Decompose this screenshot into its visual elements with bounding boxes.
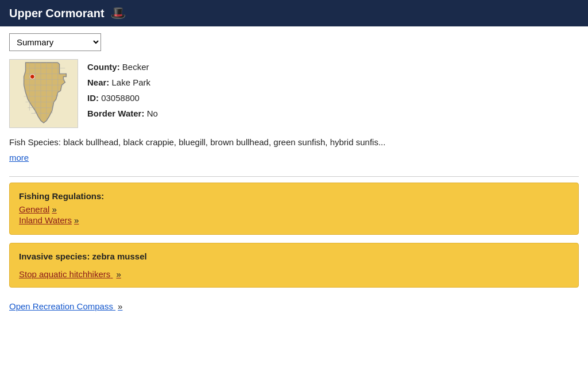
inland-chevron: » [74, 215, 79, 225]
invasive-value: zebra mussel [92, 251, 147, 261]
invasive-label: Invasive species: [19, 251, 90, 261]
svg-point-17 [30, 75, 34, 79]
stop-hitchhikers-link[interactable]: Stop aquatic hitchhikers » [19, 269, 121, 279]
border-water-value: No [147, 108, 158, 118]
recreation-compass-link[interactable]: Open Recreation Compass » [9, 301, 122, 311]
general-link-text: General [19, 204, 49, 214]
inland-waters-link[interactable]: Inland Waters» [19, 215, 569, 225]
fish-more-link[interactable]: more [9, 153, 29, 162]
recreation-link-text: Open Recreation Compass [9, 301, 113, 311]
minnesota-map [9, 59, 78, 128]
county-row: County: Becker [87, 59, 158, 75]
general-chevron: » [52, 204, 56, 214]
invasive-link-text: Stop aquatic hitchhikers [19, 269, 110, 279]
divider-1 [9, 176, 579, 177]
county-label: County: [87, 62, 120, 72]
invasive-species-title: Invasive species: zebra mussel [19, 251, 569, 261]
fish-label: Fish Species: [9, 137, 61, 147]
page-title: Upper Cormorant [9, 7, 105, 20]
summary-dropdown[interactable]: Summary Fishing Water Quality Recreation [9, 33, 101, 51]
county-value: Becker [122, 62, 149, 72]
info-details: County: Becker Near: Lake Park ID: 03058… [87, 59, 158, 121]
border-water-row: Border Water: No [87, 106, 158, 121]
page-header: Upper Cormorant 🎩 [0, 0, 588, 26]
id-value: 03058800 [101, 93, 140, 103]
border-water-label: Border Water: [87, 108, 144, 118]
invasive-chevron: » [116, 269, 121, 279]
near-label: Near: [87, 77, 109, 87]
general-regulation-link[interactable]: General» [19, 204, 569, 214]
invasive-species-box: Invasive species: zebra mussel Stop aqua… [9, 243, 579, 288]
fish-species-list: black bullhead, black crappie, bluegill,… [63, 137, 385, 147]
inland-link-text: Inland Waters [19, 215, 72, 225]
fishing-regulations-box: Fishing Regulations: General» Inland Wat… [9, 183, 579, 235]
recreation-chevron: » [118, 301, 122, 311]
info-section: County: Becker Near: Lake Park ID: 03058… [9, 59, 579, 128]
near-row: Near: Lake Park [87, 75, 158, 90]
fish-species-section: Fish Species: black bullhead, black crap… [9, 136, 579, 149]
fishing-reg-title: Fishing Regulations: [19, 191, 569, 201]
main-content: Summary Fishing Water Quality Recreation [0, 26, 588, 318]
id-label: ID: [87, 93, 99, 103]
near-value: Lake Park [112, 77, 151, 87]
hat-icon: 🎩 [110, 6, 126, 21]
id-row: ID: 03058800 [87, 90, 158, 106]
